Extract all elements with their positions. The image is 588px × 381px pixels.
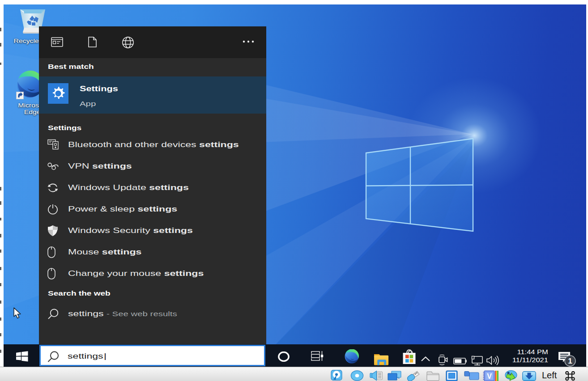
svg-text:1: 1 xyxy=(568,357,572,365)
svg-text:V: V xyxy=(487,373,492,380)
